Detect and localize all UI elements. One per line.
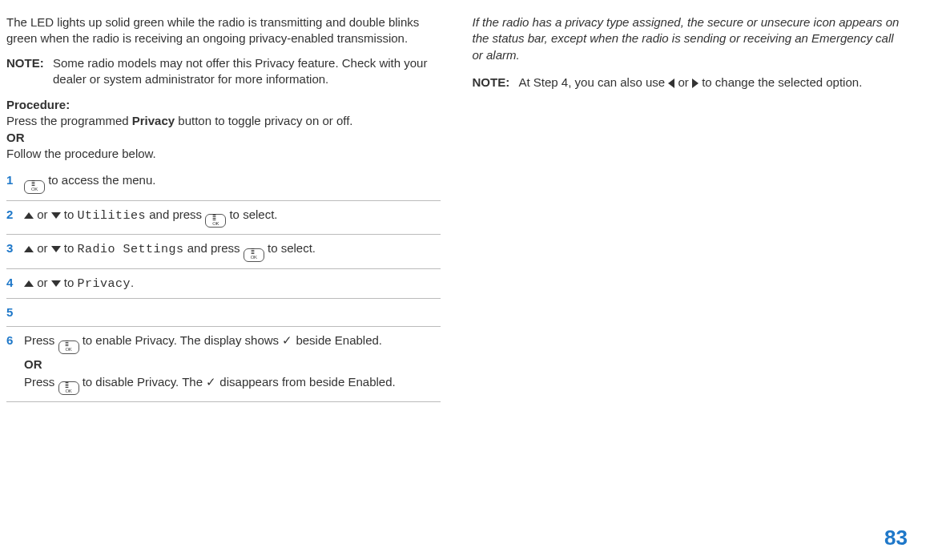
step-text: . bbox=[131, 276, 134, 289]
proc-text: button to toggle privacy on or off. bbox=[175, 114, 352, 127]
or-label: OR bbox=[6, 130, 441, 146]
procedure-instruction: Press the programmed Privacy button to t… bbox=[6, 113, 441, 129]
step-body: to access the menu. bbox=[24, 172, 441, 195]
ok-key-icon bbox=[244, 248, 264, 262]
step-text: and press bbox=[184, 241, 244, 255]
step-text: to select. bbox=[226, 207, 277, 221]
step-text: to access the menu. bbox=[45, 173, 155, 187]
step-number: 2 bbox=[6, 207, 24, 223]
step-1: 1 to access the menu. bbox=[6, 167, 441, 201]
note-block: NOTE: Some radio models may not offer th… bbox=[6, 55, 441, 88]
step-body: Press to enable Privacy. The display sho… bbox=[24, 332, 441, 396]
step-number: 1 bbox=[6, 172, 24, 188]
checkmark-icon: ✓ bbox=[206, 375, 216, 389]
step-text: Press bbox=[24, 375, 58, 389]
step-number: 4 bbox=[6, 275, 24, 291]
step-text: to enable Privacy. The display shows bbox=[79, 333, 283, 347]
note-label: NOTE: bbox=[473, 75, 519, 91]
note-block-2: NOTE: At Step 4, you can also use or to … bbox=[473, 75, 907, 91]
step-number: 5 bbox=[6, 304, 24, 320]
step-text: beside Enabled. bbox=[292, 333, 382, 347]
step-text: disappears from beside Enabled. bbox=[216, 375, 395, 389]
up-arrow-icon bbox=[24, 280, 34, 287]
ok-key-icon bbox=[24, 180, 45, 194]
menu-item: Utilities bbox=[78, 209, 147, 223]
step-number: 3 bbox=[6, 240, 24, 256]
note-label: NOTE: bbox=[6, 55, 53, 88]
step-text: or bbox=[34, 276, 51, 289]
step-text: to bbox=[61, 241, 78, 255]
down-arrow-icon bbox=[51, 246, 61, 252]
step-3: 3 or to Radio Settings and press to sele… bbox=[6, 235, 441, 269]
step-body bbox=[24, 304, 441, 320]
step-2: 2 or to Utilities and press to select. bbox=[6, 201, 441, 236]
step-text: to select. bbox=[264, 241, 316, 255]
note-text-part: At Step 4, you can also use bbox=[519, 75, 669, 89]
ok-key-icon bbox=[58, 381, 79, 395]
step-text: Press bbox=[24, 333, 58, 347]
step-text: to bbox=[61, 276, 78, 289]
menu-item: Radio Settings bbox=[78, 243, 184, 256]
procedure-follow: Follow the procedure below. bbox=[6, 146, 441, 162]
step-text: to bbox=[61, 207, 78, 221]
step-list: 1 to access the menu. 2 or to Utilities … bbox=[6, 167, 441, 402]
step-body: or to Radio Settings and press to select… bbox=[24, 240, 441, 263]
note-text-part: to change the selected option. bbox=[699, 75, 862, 89]
page-number: 83 bbox=[884, 524, 908, 552]
privacy-status-paragraph: If the radio has a privacy type assigned… bbox=[473, 14, 907, 63]
down-arrow-icon bbox=[51, 212, 61, 219]
step-body: or to Privacy. bbox=[24, 275, 441, 292]
intro-paragraph: The LED lights up solid green while the … bbox=[6, 14, 441, 47]
step-text: or bbox=[34, 241, 51, 255]
or-label: OR bbox=[24, 357, 441, 373]
checkmark-icon: ✓ bbox=[282, 333, 292, 347]
right-arrow-icon bbox=[692, 79, 699, 88]
step-text: to disable Privacy. The bbox=[79, 375, 207, 389]
note-text-part: or bbox=[674, 75, 692, 89]
note-text: Some radio models may not offer this Pri… bbox=[53, 55, 441, 88]
step-text: and press bbox=[146, 207, 205, 221]
up-arrow-icon bbox=[24, 212, 34, 219]
step-6: 6 Press to enable Privacy. The display s… bbox=[6, 327, 441, 402]
step-number: 6 bbox=[6, 332, 24, 348]
privacy-button-name: Privacy bbox=[132, 114, 175, 127]
step-text: or bbox=[34, 207, 51, 221]
down-arrow-icon bbox=[51, 280, 61, 287]
procedure-heading: Procedure: bbox=[6, 97, 441, 113]
note-text: At Step 4, you can also use or to change… bbox=[519, 75, 907, 91]
left-column: The LED lights up solid green while the … bbox=[6, 14, 441, 402]
right-column: If the radio has a privacy type assigned… bbox=[473, 14, 907, 402]
up-arrow-icon bbox=[24, 246, 34, 252]
step-5: 5 bbox=[6, 299, 441, 327]
ok-key-icon bbox=[58, 340, 79, 354]
step-4: 4 or to Privacy. bbox=[6, 269, 441, 299]
step-body: or to Utilities and press to select. bbox=[24, 207, 441, 229]
menu-item: Privacy bbox=[78, 277, 131, 291]
proc-text: Press the programmed bbox=[6, 114, 132, 127]
ok-key-icon bbox=[205, 214, 226, 228]
